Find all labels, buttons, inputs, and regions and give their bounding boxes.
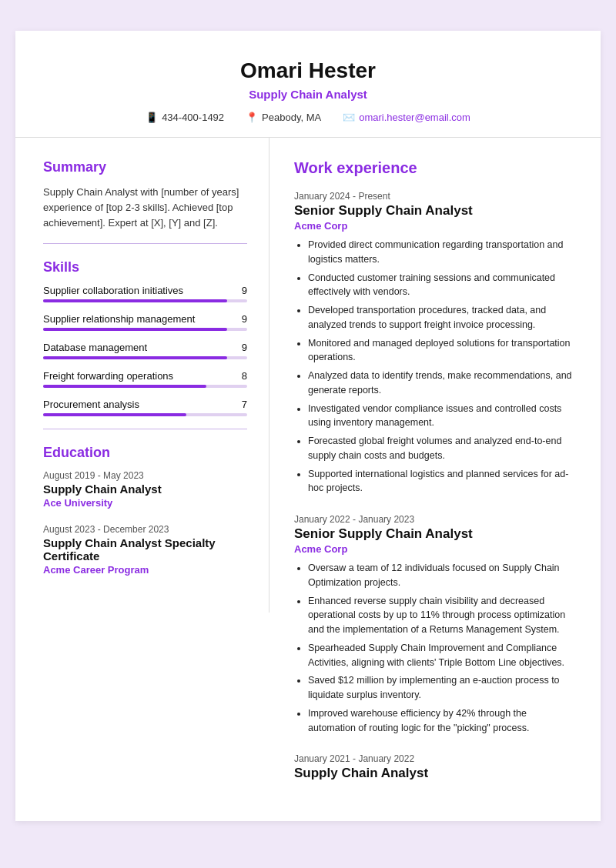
skill-score: 9 <box>242 285 247 296</box>
work-bullet: Enhanced reverse supply chain visibility… <box>308 594 573 637</box>
summary-divider <box>43 243 247 244</box>
skills-divider <box>43 429 247 429</box>
page-wrapper: Omari Hester Supply Chain Analyst 📱 434-… <box>0 0 616 868</box>
resume-body: Summary Supply Chain Analyst with [numbe… <box>15 138 601 821</box>
edu-institution: Acme Career Program <box>43 564 247 576</box>
skill-bar-fill <box>43 413 186 416</box>
skill-bar-bg <box>43 328 247 331</box>
left-column: Summary Supply Chain Analyst with [numbe… <box>15 138 270 613</box>
skill-score: 9 <box>242 342 247 353</box>
work-bullet: Oversaw a team of 12 individuals focused… <box>308 561 573 590</box>
work-bullet: Spearheaded Supply Chain Improvement and… <box>308 641 573 670</box>
work-bullets: Provided direct communication regarding … <box>294 238 573 496</box>
resume-header: Omari Hester Supply Chain Analyst 📱 434-… <box>15 31 601 138</box>
email-value: omari.hester@email.com <box>359 112 470 123</box>
skill-bar-bg <box>43 413 247 416</box>
work-company: Acme Corp <box>294 543 573 555</box>
skill-bar-fill <box>43 299 227 302</box>
work-experience-title: Work experience <box>294 159 573 177</box>
work-bullet: Saved $12 million by implementing an e-a… <box>308 673 573 703</box>
work-bullet: Improved warehouse efficiency by 42% thr… <box>308 706 573 736</box>
right-column: Work experience January 2024 - Present S… <box>270 138 601 821</box>
skill-name: Supplier collaboration initiatives <box>43 285 183 296</box>
contact-row: 📱 434-400-1492 📍 Peabody, MA ✉️ omari.he… <box>46 112 570 123</box>
work-bullet: Monitored and managed deployed solutions… <box>308 336 573 366</box>
skills-section: Skills Supplier collaboration initiative… <box>43 259 247 429</box>
work-title: Senior Supply Chain Analyst <box>294 203 573 219</box>
email-contact: ✉️ omari.hester@email.com <box>343 112 470 123</box>
phone-value: 434-400-1492 <box>162 112 224 123</box>
skill-bar-bg <box>43 356 247 359</box>
phone-contact: 📱 434-400-1492 <box>146 112 224 123</box>
edu-degree: Supply Chain Analyst Specialty Certifica… <box>43 536 247 563</box>
education-item: August 2023 - December 2023 Supply Chain… <box>43 524 247 576</box>
skill-item: Supplier collaboration initiatives 9 <box>43 285 247 302</box>
work-bullet: Forecasted global freight volumes and an… <box>308 434 573 463</box>
summary-text: Supply Chain Analyst with [number of yea… <box>43 185 247 231</box>
skill-item: Freight forwarding operations 8 <box>43 370 247 388</box>
skill-item: Supplier relationship management 9 <box>43 313 247 331</box>
skill-bar-bg <box>43 385 247 388</box>
skill-score: 8 <box>242 370 247 382</box>
education-section: Education August 2019 - May 2023 Supply … <box>43 445 247 576</box>
education-title: Education <box>43 445 247 461</box>
skill-bar-bg <box>43 299 247 302</box>
work-experience-list: January 2024 - Present Senior Supply Cha… <box>294 191 573 781</box>
skills-title: Skills <box>43 259 247 275</box>
work-bullet: Developed transportation procedures, tra… <box>308 303 573 332</box>
summary-section: Summary Supply Chain Analyst with [numbe… <box>43 159 247 244</box>
work-bullet: Analyzed data to identify trends, make r… <box>308 369 573 398</box>
skill-name: Procurement analysis <box>43 399 139 410</box>
location-icon: 📍 <box>246 112 258 123</box>
candidate-name: Omari Hester <box>46 58 570 83</box>
location-contact: 📍 Peabody, MA <box>246 112 321 123</box>
work-bullets: Oversaw a team of 12 individuals focused… <box>294 561 573 735</box>
work-item: January 2021 - January 2022 Supply Chain… <box>294 753 573 781</box>
work-company: Acme Corp <box>294 220 573 232</box>
work-dates: January 2022 - January 2023 <box>294 514 573 525</box>
skill-name: Freight forwarding operations <box>43 370 173 382</box>
email-icon: ✉️ <box>343 112 355 123</box>
work-bullet: Provided direct communication regarding … <box>308 238 573 267</box>
work-dates: January 2024 - Present <box>294 191 573 202</box>
work-title: Supply Chain Analyst <box>294 766 573 781</box>
skill-bar-fill <box>43 328 227 331</box>
work-bullet: Supported international logistics and pl… <box>308 467 573 496</box>
work-title: Senior Supply Chain Analyst <box>294 526 573 542</box>
education-item: August 2019 - May 2023 Supply Chain Anal… <box>43 470 247 509</box>
work-dates: January 2021 - January 2022 <box>294 753 573 764</box>
work-bullet: Conducted customer training sessions and… <box>308 271 573 300</box>
skill-bar-fill <box>43 356 227 359</box>
location-value: Peabody, MA <box>262 112 321 123</box>
skill-score: 9 <box>242 313 247 325</box>
skill-score: 7 <box>242 399 247 410</box>
phone-icon: 📱 <box>146 112 158 123</box>
edu-degree: Supply Chain Analyst <box>43 482 247 496</box>
edu-dates: August 2023 - December 2023 <box>43 524 247 535</box>
edu-institution: Ace University <box>43 497 247 509</box>
edu-dates: August 2019 - May 2023 <box>43 470 247 481</box>
skill-name: Database management <box>43 342 147 353</box>
work-item: January 2022 - January 2023 Senior Suppl… <box>294 514 573 735</box>
skill-item: Database management 9 <box>43 342 247 359</box>
skill-item: Procurement analysis 7 <box>43 399 247 416</box>
work-bullet: Investigated vendor compliance issues an… <box>308 402 573 431</box>
candidate-title: Supply Chain Analyst <box>46 88 570 101</box>
education-list: August 2019 - May 2023 Supply Chain Anal… <box>43 470 247 576</box>
skill-name: Supplier relationship management <box>43 313 195 325</box>
work-item: January 2024 - Present Senior Supply Cha… <box>294 191 573 496</box>
skill-bar-fill <box>43 385 206 388</box>
skills-list: Supplier collaboration initiatives 9 Sup… <box>43 285 247 416</box>
resume-document: Omari Hester Supply Chain Analyst 📱 434-… <box>15 31 601 821</box>
summary-title: Summary <box>43 159 247 175</box>
